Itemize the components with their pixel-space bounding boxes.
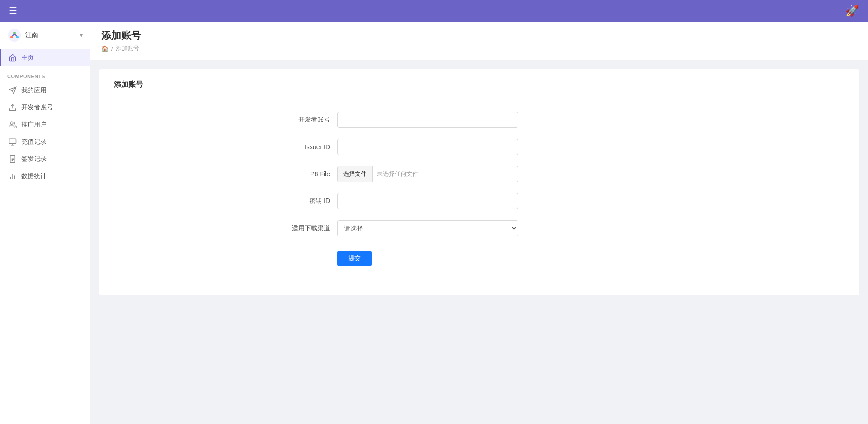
input-issuer-id[interactable] [337,139,518,155]
label-p8-file: P8 File [276,170,330,178]
developer-icon [9,104,17,112]
breadcrumb-current: 添加账号 [116,44,139,52]
form-row-submit: 提交 [276,247,683,266]
label-download-channel: 适用下载渠道 [276,224,330,232]
sidebar-brand: 江南 ▾ [0,22,90,49]
svg-point-7 [10,122,13,124]
stats-icon [9,172,17,180]
sidebar-item-sign[interactable]: 签发记录 [0,151,90,168]
sidebar-item-sign-label: 签发记录 [21,155,47,163]
sidebar-item-promote[interactable]: 推广用户 [0,116,90,133]
brand-logo-icon [7,28,22,42]
sidebar-item-myapp-label: 我的应用 [21,86,47,94]
form-body: 开发者账号 Issuer ID P8 File 选择文件 未选择任何文件 [276,112,683,266]
main-content: 添加账号 🏠 / 添加账号 添加账号 开发者账号 Issuer ID [90,22,868,424]
promote-icon [9,121,17,129]
menu-icon[interactable]: ☰ [9,5,17,16]
sidebar-item-home[interactable]: 主页 [0,49,90,66]
sidebar-item-stats-label: 数据统计 [21,172,47,180]
breadcrumb-sep: / [111,45,113,52]
rocket-icon: 🚀 [845,5,859,17]
sidebar-item-promote-label: 推广用户 [21,121,47,129]
svg-point-3 [13,32,16,34]
sidebar: 江南 ▾ 主页 COMPONENTS 我的应用 [0,22,90,424]
file-name-display: 未选择任何文件 [373,170,423,178]
form-row-dev-account: 开发者账号 [276,112,683,128]
label-key-id: 密钥 ID [276,197,330,205]
page-title: 添加账号 [101,29,857,42]
svg-point-0 [8,29,21,42]
form-row-download-channel: 适用下载渠道 请选择 App Store 企业版 [276,220,683,236]
home-icon [9,54,17,62]
sidebar-item-recharge-label: 充值记录 [21,138,47,146]
brand-name: 江南 [25,31,76,39]
form-row-issuer-id: Issuer ID [276,139,683,155]
sign-icon [9,155,17,163]
label-dev-account: 开发者账号 [276,116,330,124]
sidebar-item-developer-label: 开发者账号 [21,104,53,112]
sidebar-item-home-label: 主页 [21,54,34,62]
select-download-channel[interactable]: 请选择 App Store 企业版 [337,220,518,236]
submit-button[interactable]: 提交 [337,251,372,266]
breadcrumb: 🏠 / 添加账号 [101,44,857,52]
breadcrumb-home-icon: 🏠 [101,45,108,52]
input-dev-account[interactable] [337,112,518,128]
svg-point-2 [16,36,19,38]
svg-point-1 [10,36,13,38]
sidebar-section-components: COMPONENTS [0,66,90,82]
app-icon [9,86,17,94]
topbar: ☰ 🚀 [0,0,868,22]
file-input-wrapper: 选择文件 未选择任何文件 [337,166,518,182]
brand-dropdown-icon[interactable]: ▾ [80,32,83,38]
form-row-p8-file: P8 File 选择文件 未选择任何文件 [276,166,683,182]
sidebar-item-stats[interactable]: 数据统计 [0,168,90,185]
sidebar-item-developer[interactable]: 开发者账号 [0,99,90,116]
recharge-icon [9,138,17,146]
input-key-id[interactable] [337,193,518,209]
label-issuer-id: Issuer ID [276,143,330,151]
card-title: 添加账号 [114,80,844,97]
sidebar-item-recharge[interactable]: 充值记录 [0,133,90,151]
page-header: 添加账号 🏠 / 添加账号 [90,22,868,60]
form-row-key-id: 密钥 ID [276,193,683,209]
svg-rect-8 [9,139,16,144]
file-choose-button[interactable]: 选择文件 [338,166,373,182]
sidebar-item-myapp[interactable]: 我的应用 [0,82,90,99]
content-card: 添加账号 开发者账号 Issuer ID P8 File 选择文件 [99,69,859,295]
